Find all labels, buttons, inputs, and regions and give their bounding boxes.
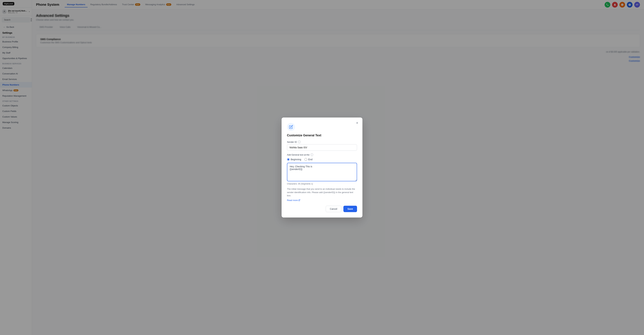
radio-beginning-label[interactable]: Beginning xyxy=(287,158,301,161)
read-more-link[interactable]: Read more xyxy=(287,199,300,202)
add-general-text-section: Add General text at the i Beginning End xyxy=(287,153,357,161)
modal-title: Customize General Text xyxy=(287,134,357,137)
modal: ✕ Customize General Text Sender ID i Add… xyxy=(282,117,362,218)
modal-overlay: ✕ Customize General Text Sender ID i Add… xyxy=(0,0,644,335)
info-text: The initial message that you send to an … xyxy=(287,187,357,197)
cancel-button[interactable]: Cancel xyxy=(326,206,342,212)
radio-end-label[interactable]: End xyxy=(304,158,312,161)
radio-end[interactable] xyxy=(304,158,307,161)
radio-end-text: End xyxy=(308,158,312,161)
sender-id-input[interactable] xyxy=(287,144,357,151)
add-general-text-label: Add General text at the i xyxy=(287,153,357,156)
radio-group: Beginning End xyxy=(287,158,357,161)
sender-id-field: Sender ID i xyxy=(287,141,357,151)
radio-beginning-text: Beginning xyxy=(291,158,301,161)
modal-icon xyxy=(287,123,295,131)
modal-close-button[interactable]: ✕ xyxy=(355,120,360,125)
general-text-textarea[interactable]: Hey, Checking This is {{senderID}} xyxy=(287,163,357,181)
add-general-text-info-icon[interactable]: i xyxy=(310,153,313,156)
char-count: Characters: 35 (Segments 1) xyxy=(287,183,357,185)
sender-id-info-icon[interactable]: i xyxy=(298,141,300,143)
radio-beginning[interactable] xyxy=(287,158,290,161)
external-link-icon xyxy=(298,199,300,201)
sender-id-label: Sender ID i xyxy=(287,141,357,143)
svg-line-3 xyxy=(299,200,300,201)
modal-actions: Cancel Save xyxy=(287,206,357,212)
save-button[interactable]: Save xyxy=(344,206,357,212)
